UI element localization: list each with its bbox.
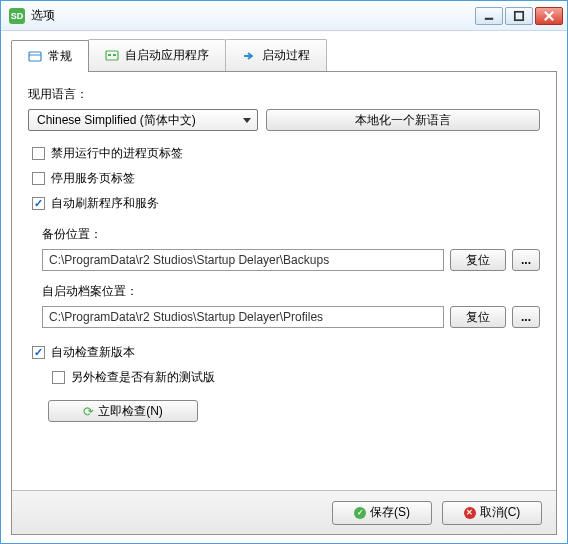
app-icon: SD	[9, 8, 25, 24]
checkbox-label: 另外检查是否有新的测试版	[71, 369, 215, 386]
profile-path-input[interactable]: C:\ProgramData\r2 Studios\Startup Delaye…	[42, 306, 444, 328]
close-button[interactable]	[535, 7, 563, 25]
svg-rect-6	[106, 51, 118, 60]
apps-icon	[105, 49, 119, 63]
save-button[interactable]: ✓ 保存(S)	[332, 501, 432, 525]
language-select[interactable]: Chinese Simplified (简体中文)	[28, 109, 258, 131]
language-label: 现用语言：	[28, 86, 540, 103]
backup-reset-button[interactable]: 复位	[450, 249, 506, 271]
minimize-button[interactable]	[475, 7, 503, 25]
arrow-icon	[242, 49, 256, 63]
profile-label: 自启动档案位置：	[42, 283, 540, 300]
backup-row: C:\ProgramData\r2 Studios\Startup Delaye…	[42, 249, 540, 271]
svg-rect-8	[113, 54, 116, 56]
cancel-icon: ✕	[464, 507, 476, 519]
check-beta: 另外检查是否有新的测试版	[48, 369, 540, 386]
refresh-icon: ⟳	[83, 404, 94, 419]
backup-label: 备份位置：	[42, 226, 540, 243]
checkbox-auto-update[interactable]	[32, 346, 45, 359]
profile-reset-button[interactable]: 复位	[450, 306, 506, 328]
checkbox-label: 停用服务页标签	[51, 170, 135, 187]
profile-browse-button[interactable]: ...	[512, 306, 540, 328]
tab-panel-general: 现用语言： Chinese Simplified (简体中文) 本地化一个新语言…	[11, 71, 557, 535]
checkbox-auto-refresh[interactable]	[32, 197, 45, 210]
ok-icon: ✓	[354, 507, 366, 519]
content-area: 常规 自启动应用程序 启动过程 现用语言： Chinese Simplified…	[1, 31, 567, 543]
profile-row: C:\ProgramData\r2 Studios\Startup Delaye…	[42, 306, 540, 328]
tab-startup-apps[interactable]: 自启动应用程序	[88, 39, 226, 71]
checkbox-label: 自动刷新程序和服务	[51, 195, 159, 212]
window-controls	[475, 7, 563, 25]
check-auto-refresh: 自动刷新程序和服务	[28, 195, 540, 212]
window-title: 选项	[31, 7, 475, 24]
backup-browse-button[interactable]: ...	[512, 249, 540, 271]
svg-rect-1	[515, 11, 523, 19]
options-window: SD 选项 常规 自启动应用程序 启动过程 现用语言：	[0, 0, 568, 544]
checkbox-label: 自动检查新版本	[51, 344, 135, 361]
tab-label: 常规	[48, 48, 72, 65]
svg-rect-7	[108, 54, 111, 56]
general-icon	[28, 50, 42, 64]
svg-rect-4	[29, 52, 41, 61]
localize-button[interactable]: 本地化一个新语言	[266, 109, 540, 131]
checkbox-beta[interactable]	[52, 371, 65, 384]
checkbox-stop-service[interactable]	[32, 172, 45, 185]
cancel-button[interactable]: ✕ 取消(C)	[442, 501, 542, 525]
maximize-button[interactable]	[505, 7, 533, 25]
footer: ✓ 保存(S) ✕ 取消(C)	[12, 490, 556, 534]
language-selected: Chinese Simplified (简体中文)	[37, 112, 196, 129]
check-now-label: 立即检查(N)	[98, 403, 163, 420]
cancel-label: 取消(C)	[480, 504, 521, 521]
tab-general[interactable]: 常规	[11, 40, 89, 72]
tab-label: 自启动应用程序	[125, 47, 209, 64]
check-disable-running: 禁用运行中的进程页标签	[28, 145, 540, 162]
check-now-button[interactable]: ⟳ 立即检查(N)	[48, 400, 198, 422]
checkbox-label: 禁用运行中的进程页标签	[51, 145, 183, 162]
check-stop-service: 停用服务页标签	[28, 170, 540, 187]
language-row: Chinese Simplified (简体中文) 本地化一个新语言	[28, 109, 540, 131]
save-label: 保存(S)	[370, 504, 410, 521]
tab-strip: 常规 自启动应用程序 启动过程	[11, 39, 557, 71]
titlebar: SD 选项	[1, 1, 567, 31]
checkbox-disable-running[interactable]	[32, 147, 45, 160]
tab-startup-process[interactable]: 启动过程	[225, 39, 327, 71]
backup-path-input[interactable]: C:\ProgramData\r2 Studios\Startup Delaye…	[42, 249, 444, 271]
tab-label: 启动过程	[262, 47, 310, 64]
check-auto-update: 自动检查新版本	[28, 344, 540, 361]
